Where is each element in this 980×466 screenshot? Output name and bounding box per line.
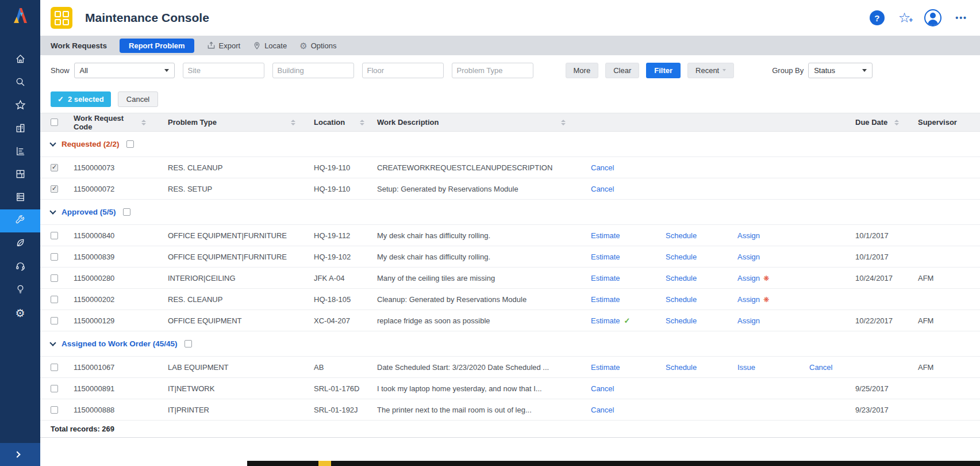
- row-checkbox[interactable]: [51, 317, 58, 324]
- group-checkbox[interactable]: [185, 340, 192, 347]
- floor-input[interactable]: [362, 63, 444, 78]
- assign-link[interactable]: Assign: [737, 274, 760, 282]
- schedule-link[interactable]: Schedule: [666, 253, 697, 261]
- row-checkbox[interactable]: [51, 274, 58, 282]
- cancel-selection-button[interactable]: Cancel: [118, 91, 158, 107]
- work-request-code: 1150001067: [63, 363, 155, 372]
- row-checkbox[interactable]: [51, 232, 58, 239]
- sidebar-item-support[interactable]: [0, 255, 40, 278]
- sidebar-item-maintenance[interactable]: [0, 209, 40, 232]
- recent-button[interactable]: Recent: [687, 63, 734, 78]
- report-problem-button[interactable]: Report Problem: [120, 39, 194, 53]
- sort-icon[interactable]: [141, 120, 146, 125]
- estimate-link[interactable]: Estimate: [591, 363, 620, 372]
- column-supervisor: Supervisor: [918, 118, 957, 127]
- problem-type-input[interactable]: [452, 63, 533, 78]
- more-button[interactable]: More: [566, 63, 599, 78]
- group-by-select[interactable]: Status: [808, 63, 873, 78]
- cancel-link[interactable]: Cancel: [591, 384, 614, 393]
- row-checkbox[interactable]: ✓: [51, 164, 58, 171]
- sidebar-item-ideas[interactable]: [0, 278, 40, 301]
- sidebar-item-sustainability[interactable]: [0, 232, 40, 255]
- group-checkbox[interactable]: [126, 140, 134, 148]
- show-select[interactable]: All: [74, 63, 175, 78]
- sidebar-item-settings[interactable]: ⚙: [0, 301, 40, 324]
- table-row[interactable]: 1150000888 IT|PRINTER SRL-01-192J The pr…: [40, 399, 980, 421]
- group-checkbox[interactable]: [123, 208, 130, 216]
- table-row[interactable]: 1150000202 RES. CLEANUP HQ-18-105 Cleanu…: [40, 289, 980, 310]
- tab-work-requests[interactable]: Work Requests: [51, 41, 107, 50]
- sidebar-item-floorplan[interactable]: [0, 163, 40, 186]
- sort-icon[interactable]: [894, 120, 899, 125]
- row-checkbox[interactable]: [51, 406, 58, 414]
- bookmark-star-icon[interactable]: ☆+: [898, 11, 911, 25]
- user-avatar[interactable]: [924, 9, 941, 26]
- selected-count-button[interactable]: ✓ 2 selected: [51, 91, 111, 107]
- locate-button[interactable]: Locate: [253, 41, 287, 50]
- row-checkbox[interactable]: [51, 253, 58, 261]
- assign-link[interactable]: Assign: [737, 316, 760, 325]
- row-checkbox[interactable]: [51, 364, 58, 371]
- app-grid-icon[interactable]: [51, 7, 72, 29]
- cancel-link[interactable]: Cancel: [809, 363, 832, 372]
- table-row[interactable]: 1150001067 LAB EQUIPMENT AB Date Schedul…: [40, 357, 980, 378]
- chevron-down-icon[interactable]: [49, 140, 56, 146]
- sidebar-item-home[interactable]: [0, 48, 40, 71]
- row-checkbox[interactable]: ✓: [51, 185, 58, 193]
- table-row[interactable]: ✓ 1150000073 RES. CLEANUP HQ-19-110 CREA…: [40, 157, 980, 178]
- table-row[interactable]: ✓ 1150000072 RES. SETUP HQ-19-110 Setup:…: [40, 178, 980, 200]
- group-label[interactable]: Approved (5/5): [62, 208, 116, 216]
- row-checkbox[interactable]: [51, 385, 58, 392]
- table-row[interactable]: 1150000839 OFFICE EQUIPMENT|FURNITURE HQ…: [40, 246, 980, 268]
- group-label[interactable]: Assigned to Work Order (45/45): [62, 339, 178, 348]
- chevron-down-icon[interactable]: [49, 339, 56, 346]
- schedule-link[interactable]: Schedule: [666, 295, 697, 304]
- table-row[interactable]: 1150000129 OFFICE EQUIPMENT XC-04-207 re…: [40, 310, 980, 331]
- site-input[interactable]: [183, 63, 264, 78]
- sidebar-expand-button[interactable]: [0, 443, 40, 466]
- sort-icon[interactable]: [291, 120, 295, 125]
- sidebar-item-search[interactable]: [0, 71, 40, 94]
- chevron-down-icon[interactable]: [49, 208, 56, 214]
- assign-link[interactable]: Assign: [737, 231, 760, 240]
- estimate-link[interactable]: Estimate: [591, 316, 620, 325]
- clear-button[interactable]: Clear: [605, 63, 639, 78]
- estimate-link[interactable]: Estimate: [591, 274, 620, 282]
- select-all-checkbox[interactable]: [51, 119, 58, 126]
- work-description: My desk chair has difficulty rolling.: [374, 253, 581, 261]
- sidebar-item-assets[interactable]: [0, 186, 40, 209]
- assign-link[interactable]: Assign: [737, 295, 760, 304]
- sidebar-item-buildings[interactable]: [0, 117, 40, 140]
- row-checkbox[interactable]: [51, 296, 58, 303]
- export-button[interactable]: Export: [207, 41, 241, 50]
- estimate-link[interactable]: Estimate: [591, 295, 620, 304]
- cancel-link[interactable]: Cancel: [591, 406, 614, 414]
- sidebar-item-favorites[interactable]: [0, 94, 40, 117]
- cancel-link[interactable]: Cancel: [591, 185, 614, 193]
- table-row[interactable]: 1150000280 INTERIOR|CEILING JFK A-04 Man…: [40, 268, 980, 289]
- group-label[interactable]: Requested (2/2): [62, 140, 120, 148]
- estimate-link[interactable]: Estimate: [591, 231, 620, 240]
- building-input[interactable]: [272, 63, 354, 78]
- help-icon[interactable]: ?: [870, 10, 885, 25]
- sidebar-item-hierarchy[interactable]: [0, 140, 40, 163]
- table-row[interactable]: 1150000891 IT|NETWORK SRL-01-176D I took…: [40, 378, 980, 399]
- schedule-link[interactable]: Schedule: [666, 363, 697, 372]
- schedule-link[interactable]: Schedule: [666, 274, 697, 282]
- sort-icon[interactable]: [561, 120, 566, 125]
- schedule-link[interactable]: Schedule: [666, 231, 697, 240]
- options-button[interactable]: ⚙ Options: [299, 41, 336, 50]
- taskbar-yellow-sliver: [318, 461, 331, 466]
- sort-icon[interactable]: [360, 120, 364, 125]
- assign-link[interactable]: Assign: [737, 253, 760, 261]
- filter-button[interactable]: Filter: [646, 63, 681, 78]
- issue-link[interactable]: Issue: [737, 363, 755, 372]
- schedule-link[interactable]: Schedule: [666, 316, 697, 325]
- map-pin-icon: [253, 41, 261, 50]
- estimate-link[interactable]: Estimate: [591, 253, 620, 261]
- cancel-link[interactable]: Cancel: [591, 163, 614, 172]
- table-row[interactable]: 1150000840 OFFICE EQUIPMENT|FURNITURE HQ…: [40, 225, 980, 246]
- star-icon: [15, 100, 26, 113]
- archibus-logo[interactable]: [0, 0, 40, 31]
- more-menu-icon[interactable]: •••: [955, 13, 967, 22]
